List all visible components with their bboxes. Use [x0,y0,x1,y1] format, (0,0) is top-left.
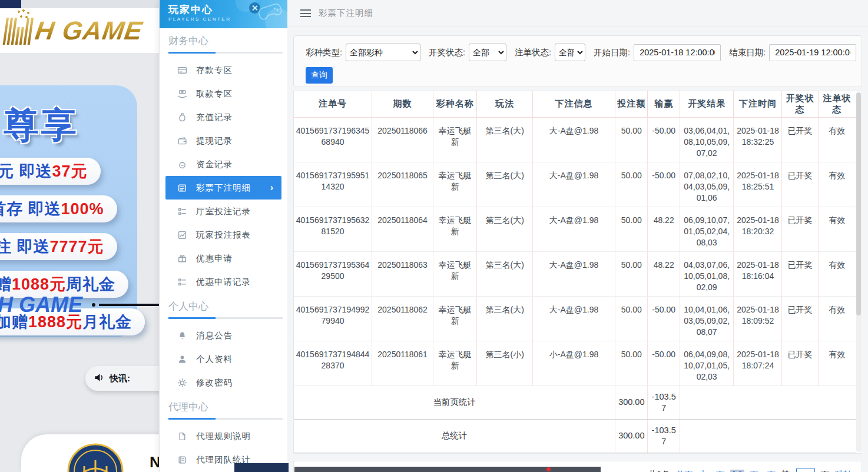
column-header: 输赢 [648,91,680,117]
jump-page-input[interactable] [796,468,815,472]
table-cell: 已开奖 [782,296,818,341]
order-status-select[interactable]: 全部 [555,44,585,61]
sidebar-item-profile[interactable]: 个人资料 [160,347,287,371]
table-cell: 已开奖 [782,251,818,296]
background-footer-strip [294,467,601,472]
bet-detail-table-card: 注单号期数彩种名称玩法下注信息投注额输赢开奖结果下注时间开奖状态注单状态 401… [293,91,862,454]
table-row: 40156917371948442837020250118061幸运飞艇新第三名… [294,341,856,385]
jump-prefix-label: 第 [781,469,790,472]
sidebar-item-lottery-bet-detail[interactable]: 彩票下注明细› [165,176,281,200]
jump-suffix-label: 页 [821,469,830,472]
page-stats-row: 当前页统计300.00-103.57 [294,385,856,419]
draw-status-select[interactable]: 全部 [469,44,506,61]
table-cell: 10,04,01,06,03,05,09,02,08,07 [680,296,734,341]
bet-detail-table: 注单号期数彩种名称玩法下注信息投注额输赢开奖结果下注时间开奖状态注单状态 401… [294,91,856,453]
announcement-bell-icon [177,330,188,341]
stats-label: 当前页统计 [294,385,615,419]
sidebar-item-hall-bet-record[interactable]: 厅室投注记录 [160,200,287,223]
sidebar-item-deposit[interactable]: 存款专区 [160,58,287,82]
sidebar-item-player-bet-report[interactable]: 玩家投注报表 [160,223,287,247]
sidebar-item-label: 优惠申请记录 [196,277,251,288]
end-date-input[interactable] [769,44,856,61]
sidebar-header: 玩家中心 PLAYERS CENTER [160,0,287,28]
start-date-input[interactable] [634,44,721,61]
table-cell: 有效 [818,251,856,296]
sidebar-item-promo-apply[interactable]: 优惠申请 [160,247,287,270]
table-cell: 20250118062 [372,296,433,341]
table-cell: 401569173719595114320 [294,162,372,207]
prev-page-link[interactable]: 上一页 [698,469,724,472]
table-cell: 2025-01-18 18:25:51 [734,162,782,207]
table-row: 40156917371949927994020250118062幸运飞艇新第三名… [294,296,856,341]
promo-brand-line: H GAME [0,292,159,317]
table-cell: 幸运飞艇新 [433,251,477,296]
stats-bet-total: 300.00 [615,385,648,419]
sidebar-item-label: 玩家投注报表 [196,230,251,241]
promo-pill: P首存 即送100% [0,195,117,222]
table-cell: 20250118063 [372,251,433,296]
funds-record-icon [177,159,188,169]
next-page-link[interactable]: 下一页 [750,469,776,472]
sidebar-item-label: 彩票下注明细 [196,182,251,194]
sidebar-item-announcements[interactable]: 消息公告 [160,324,287,347]
sidebar-item-promo-apply-record[interactable]: 优惠申请记录 [160,270,287,294]
menu-toggle-icon[interactable] [300,9,311,17]
sidebar-item-funds-record[interactable]: 资金记录 [160,152,287,176]
agent-rules-doc-icon [177,431,188,441]
column-header: 彩种名称 [433,91,477,117]
table-row: 40156917371959511432020250118065幸运飞艇新第三名… [294,162,856,207]
table-cell: 已开奖 [782,117,818,162]
background-footer-patch [234,463,289,472]
sidebar-item-agent-rules[interactable]: 代理规则说明 [160,424,287,448]
sidebar-item-label: 存款专区 [196,65,233,76]
table-cell: -50.00 [648,162,680,207]
background-navy-strip [0,0,21,8]
sidebar-section-title: 财务中心 [168,34,287,48]
page-title: 彩票下注明细 [319,8,373,19]
table-cell: 已开奖 [782,162,818,207]
table-cell: -50.00 [648,296,680,341]
filter-panel: 彩种类型: 全部彩种 开奖状态: 全部 注单状态: 全部 开始日期: 结束日期 [293,35,862,87]
section-underline-decor [168,418,283,420]
column-header: 开奖状态 [782,91,818,117]
sidebar-item-withdrawal-record[interactable]: 提现记录 [160,129,287,152]
speaker-icon [94,372,105,385]
table-cell: 401569173719536429500 [294,251,372,296]
promo-pill: 60元 即送37元 [0,158,101,185]
table-cell: 401569173719499279940 [294,296,372,341]
table-cell: 小-A盘@1.98 [532,341,615,385]
logo-bars-decor [3,18,34,45]
sidebar-item-label: 厅室投注记录 [196,206,251,217]
table-cell: 大-A盘@1.98 [532,117,615,162]
end-date-label: 结束日期: [729,47,766,58]
promo-banner: 尊享 60元 即送37元P首存 即送100%投注 即送7777元加赠1088元周… [0,85,137,337]
news-ticker: 快讯: [85,366,159,391]
section-underline-decor [168,52,283,54]
logo-text: H GAME [34,16,145,45]
lottery-type-select[interactable]: 全部彩种 [346,44,420,61]
query-button[interactable]: 查询 [306,67,333,84]
column-header: 注单状态 [818,91,856,117]
table-cell: 已开奖 [782,207,818,251]
column-header: 注单号 [294,91,372,117]
hall-bet-record-icon [177,206,188,217]
sidebar-item-label: 优惠申请 [196,253,233,264]
stats-label: 总统计 [294,419,615,453]
order-status-label: 注单状态: [515,47,551,58]
chevron-right-icon: › [270,182,273,193]
sidebar-item-recharge-record[interactable]: 充值记录 [160,105,287,129]
table-cell: 50.00 [615,207,648,251]
sidebar-item-change-password[interactable]: 修改密码 [160,371,287,394]
table-cell: 幸运飞艇新 [433,296,477,341]
table-cell: 401569173719563281520 [294,207,372,251]
jump-action-link[interactable]: 跳转 [835,469,852,472]
table-cell: 48.22 [648,251,680,296]
sidebar-item-withdraw[interactable]: 取款专区 [160,82,287,105]
table-cell: 有效 [818,117,856,162]
first-page-link[interactable]: 首页 [675,469,693,472]
table-cell: 第三名(大) [477,296,532,341]
table-cell: 第三名(大) [477,117,532,162]
background-top-strip [0,0,159,8]
table-cell: 2025-01-18 18:16:04 [734,251,782,296]
table-scrollbar[interactable] [856,92,861,452]
